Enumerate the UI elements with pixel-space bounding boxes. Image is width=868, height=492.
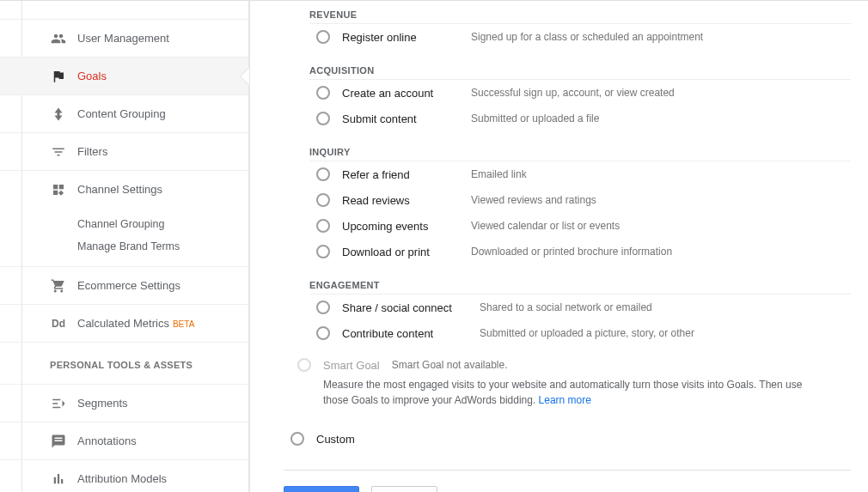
flag-icon	[50, 68, 67, 85]
divider	[284, 470, 851, 471]
nav-calculated-metrics[interactable]: Dd Calculated MetricsBETA	[0, 305, 248, 343]
nav-annotations[interactable]: Annotations	[0, 422, 248, 460]
channel-icon	[50, 181, 67, 198]
radio-icon[interactable]	[316, 86, 330, 100]
main-content: REVENUE Register online Signed up for a …	[249, 1, 868, 492]
radio-icon[interactable]	[316, 245, 330, 258]
nav-channel-settings[interactable]: Channel Settings	[0, 171, 248, 208]
option-read-reviews[interactable]: Read reviews Viewed reviews and ratings	[309, 187, 851, 213]
people-icon	[50, 30, 67, 47]
radio-icon[interactable]	[316, 167, 330, 181]
nav-label: Attribution Models	[77, 472, 167, 485]
sidebar: User Management Goals Content Grouping F…	[0, 1, 249, 492]
radio-icon	[297, 358, 311, 372]
option-share-social[interactable]: Share / social connect Shared to a socia…	[309, 295, 851, 320]
option-refer-friend[interactable]: Refer a friend Emailed link	[309, 161, 851, 187]
dd-icon: Dd	[50, 315, 67, 332]
filter-icon	[50, 143, 67, 161]
nav-label: Segments	[77, 397, 128, 410]
smart-goal-block: Smart Goal Smart Goal not available. Mea…	[290, 358, 851, 408]
category-revenue: REVENUE	[309, 1, 851, 24]
radio-icon[interactable]	[316, 301, 330, 314]
cancel-button[interactable]: Cancel	[371, 486, 437, 492]
compass-icon	[50, 106, 67, 123]
nav-attribution-models[interactable]: Attribution Models	[0, 460, 248, 492]
section-personal-tools: PERSONAL TOOLS & ASSETS	[0, 343, 248, 379]
category-engagement: ENGAGEMENT	[309, 271, 851, 295]
nav-label: Ecommerce Settings	[77, 279, 180, 292]
radio-icon[interactable]	[316, 326, 330, 340]
nav-content-grouping[interactable]: Content Grouping	[0, 95, 248, 133]
radio-icon[interactable]	[316, 219, 330, 233]
nav-label: Channel Settings	[77, 183, 162, 196]
option-create-account[interactable]: Create an account Successful sign up, ac…	[309, 80, 851, 106]
radio-icon[interactable]	[316, 193, 330, 207]
option-custom[interactable]: Custom	[290, 432, 851, 446]
option-register-online[interactable]: Register online Signed up for a class or…	[309, 24, 851, 50]
nav-goals[interactable]: Goals	[0, 58, 248, 95]
radio-icon[interactable]	[316, 112, 330, 125]
nav-label: Annotations	[77, 434, 137, 447]
smart-goal-title: Smart Goal	[323, 359, 380, 372]
nav-user-management[interactable]: User Management	[0, 19, 248, 58]
smart-goal-help: Measure the most engaged visits to your …	[323, 377, 830, 408]
learn-more-link[interactable]: Learn more	[539, 394, 591, 406]
nav-label: Filters	[77, 145, 107, 158]
continue-button[interactable]: Continue	[284, 486, 359, 492]
nav-filters[interactable]: Filters	[0, 133, 248, 171]
category-inquiry: INQUIRY	[309, 138, 851, 161]
option-contribute-content[interactable]: Contribute content Submitted or uploaded…	[309, 320, 851, 346]
annotation-icon	[50, 433, 67, 450]
option-download-print[interactable]: Download or print Downloaded or printed …	[309, 239, 851, 264]
channel-subitems: Channel Grouping Manage Brand Terms	[0, 208, 248, 267]
option-submit-content[interactable]: Submit content Submitted or uploaded a f…	[309, 106, 851, 131]
bars-icon	[50, 471, 67, 488]
cart-icon	[50, 277, 67, 295]
nav-ecommerce-settings[interactable]: Ecommerce Settings	[0, 267, 248, 305]
option-upcoming-events[interactable]: Upcoming events Viewed calendar or list …	[309, 213, 851, 239]
segments-icon	[50, 395, 67, 412]
nav-label: Goals	[77, 70, 107, 82]
nav-label: Calculated MetricsBETA	[77, 317, 194, 330]
radio-icon[interactable]	[290, 432, 304, 446]
nav-segments[interactable]: Segments	[0, 384, 248, 422]
sub-manage-brand-terms[interactable]: Manage Brand Terms	[77, 235, 248, 258]
category-acquisition: ACQUISITION	[309, 57, 851, 80]
smart-goal-na: Smart Goal not available.	[392, 359, 508, 371]
sub-channel-grouping[interactable]: Channel Grouping	[77, 213, 248, 235]
radio-icon[interactable]	[316, 30, 330, 44]
nav-label: Content Grouping	[77, 107, 166, 120]
nav-label: User Management	[77, 32, 169, 45]
